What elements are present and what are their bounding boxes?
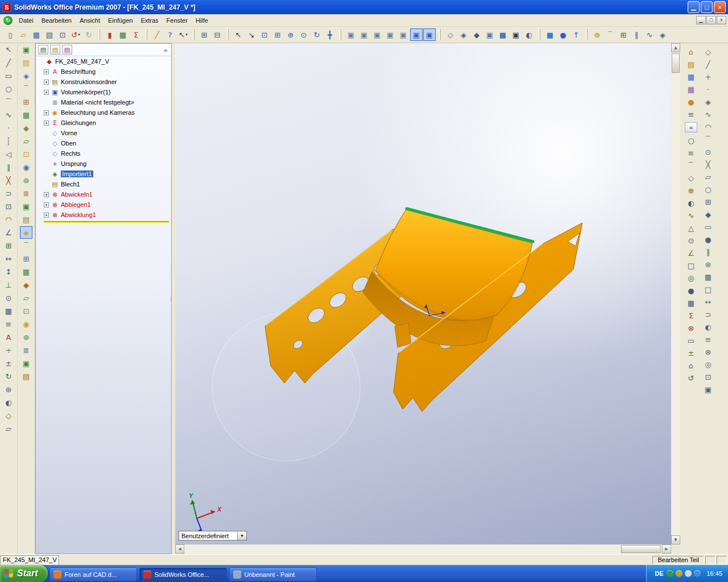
swept-surface-button[interactable]: ⊞ [702, 196, 714, 208]
help-button[interactable]: ? [164, 28, 176, 41]
open-button[interactable]: ▱ [17, 28, 30, 41]
construction-geometry-button[interactable]: ≡ [2, 318, 15, 330]
radiate-surface-button[interactable]: ⊛ [702, 258, 714, 271]
import-diagnostics-button[interactable]: ⊗ [685, 322, 697, 334]
mate-reference-button[interactable]: ◈ [702, 95, 714, 108]
view-left-button[interactable]: ▣ [371, 28, 383, 41]
mass-properties-button[interactable]: ≡ [685, 147, 697, 159]
offset-entities-button[interactable]: ∥ [2, 161, 15, 173]
sketch-rectangle-button[interactable]: ▭ [2, 69, 15, 82]
menu-bearbeiten[interactable]: Bearbeiten [38, 15, 76, 26]
vertical-scrollbar[interactable]: ▲ ▼ [671, 43, 680, 544]
view-right-button[interactable]: ▣ [384, 28, 396, 41]
mirror-feature-button[interactable]: ∥ [630, 28, 643, 41]
midsurface-button[interactable]: ≡ [702, 333, 714, 346]
untrim-surface-button[interactable]: ◐ [702, 321, 714, 333]
extend-entities-button[interactable]: ⊃ [2, 187, 15, 199]
menu-einfuegen[interactable]: Einfügen [104, 15, 136, 26]
split-entities-button[interactable]: ◇ [2, 409, 15, 422]
convert-entities-button[interactable]: ⊡ [2, 200, 15, 213]
symmetry-check-button[interactable]: ∠ [685, 247, 697, 259]
miter-flange-button[interactable]: ◈ [20, 69, 32, 82]
sketch-spline-button[interactable]: ∿ [2, 109, 15, 121]
design-library-button[interactable]: ▤ [685, 58, 697, 70]
tree-item-oben[interactable]: ◇Oben [36, 138, 171, 148]
save-button[interactable]: ▦ [30, 28, 43, 41]
hidden-lines-removed-button[interactable]: ⊟ [211, 28, 224, 41]
restore-button[interactable]: □ [701, 1, 713, 13]
view-palette-button[interactable]: ▦ [685, 83, 697, 95]
simple-hole-button[interactable]: ⊚ [20, 174, 32, 186]
sketch-circle-button[interactable]: ○ [2, 82, 15, 95]
redo-button[interactable]: ↻ [82, 28, 95, 41]
expand-icon[interactable]: + [44, 110, 49, 115]
scroll-down-icon[interactable]: ▼ [671, 535, 680, 544]
tree-item-material-nicht-festgelegt[interactable]: ≣Material <nicht festgelegt> [36, 97, 171, 107]
zoom-in-out-button[interactable]: ⊕ [284, 28, 297, 41]
hscroll-thumb[interactable] [621, 545, 661, 553]
hole-wizard-button[interactable]: ⊚ [591, 28, 603, 41]
sketch-centerline-button[interactable]: ┆ [2, 135, 15, 147]
linear-pattern-button[interactable]: ⊞ [617, 28, 630, 41]
scroll-right-icon[interactable]: ▶ [662, 544, 671, 554]
tree-item-abwicklung1[interactable]: +⊗Abwicklung1 [36, 210, 171, 220]
helix-button[interactable]: ∿ [702, 108, 714, 120]
point-tool-button[interactable]: · [702, 83, 714, 95]
clock[interactable]: 16:45 [706, 570, 722, 577]
view-orientation-combo[interactable]: Benutzerdefiniert ▾ [179, 531, 247, 541]
home-tool-button[interactable]: ⌂ [685, 359, 697, 372]
vscroll-track[interactable] [671, 52, 680, 535]
sensors-button[interactable]: ● [685, 284, 697, 297]
scroll-up-icon[interactable]: ▲ [671, 43, 680, 52]
replace-face-button[interactable]: ⊡ [702, 371, 714, 383]
taskbar-task-unbenannt-paint[interactable]: Unbenannt - Paint [229, 568, 317, 581]
plane-tool-button[interactable]: ◇ [702, 45, 714, 58]
display-relations-button[interactable]: ⊙ [2, 292, 15, 304]
pointer-button[interactable]: ↖ [232, 28, 245, 41]
revolved-surface-button[interactable]: ○ [702, 183, 714, 196]
modify-sketch-button[interactable]: ÷ [2, 344, 15, 356]
rip-button[interactable]: ⌒ [20, 239, 32, 252]
move-entities-button[interactable]: ± [2, 357, 15, 369]
file-explorer-button[interactable]: ▦ [685, 70, 697, 83]
menu-fenster[interactable]: Fenster [163, 15, 192, 26]
lofted-surface-button[interactable]: ◆ [702, 208, 714, 221]
sketch-fillet-button[interactable]: ◠ [2, 213, 15, 226]
tree-item-abwickeln1[interactable]: +⊗Abwickeln1 [36, 189, 171, 199]
view-normal-to-button[interactable]: ▣ [423, 28, 436, 41]
minimize-button[interactable]: ▁ [688, 1, 700, 13]
unfold-button[interactable]: ▣ [20, 200, 32, 213]
jog-button[interactable]: ⊞ [20, 95, 32, 108]
view-top-button[interactable]: ▣ [397, 28, 410, 41]
hidden-lines-grey-button[interactable]: ◈ [457, 28, 470, 41]
tab-feature-button[interactable]: ▣ [20, 357, 32, 369]
sketch-button[interactable]: ╱ [151, 28, 163, 41]
shaded-mode-button[interactable]: ■ [544, 28, 556, 41]
mdi-restore-button[interactable]: □ [706, 16, 716, 24]
mdi-close-button[interactable]: × [717, 16, 726, 24]
scroll-left-icon[interactable]: ◀ [175, 544, 184, 554]
language-indicator[interactable]: DE [655, 570, 663, 577]
undercut-analysis-button[interactable]: ⊙ [685, 234, 697, 247]
close-button[interactable]: × [714, 1, 726, 13]
trim-surface-button[interactable]: ⊃ [702, 308, 714, 321]
zebra-stripes-button[interactable]: ◐ [685, 197, 697, 209]
mdi-minimize-button[interactable]: ▁ [696, 16, 706, 24]
thicken-button[interactable]: ▣ [702, 383, 714, 396]
forming-tool-button[interactable]: ⊡ [20, 148, 32, 160]
select-button[interactable]: ↖▾ [177, 28, 189, 41]
offset-surface-button[interactable]: ∥ [702, 246, 714, 258]
select-dropdown-icon[interactable]: ▾ [185, 32, 188, 37]
planar-surface-button[interactable]: □ [702, 283, 714, 296]
lofted-bend-button[interactable]: ▱ [20, 292, 32, 304]
menu-ansicht[interactable]: Ansicht [76, 15, 104, 26]
ruled-surface-button[interactable]: ⊗ [702, 346, 714, 358]
draft-analysis-button[interactable]: △ [685, 222, 697, 234]
selection-filter-button[interactable]: ↘ [245, 28, 258, 41]
sketch-chamfer-button[interactable]: ∠ [2, 226, 15, 239]
extend-surface-button[interactable]: ↔ [702, 296, 714, 308]
expand-icon[interactable]: + [44, 192, 49, 197]
copy-entities-button[interactable]: ⊛ [2, 383, 15, 396]
delete-face-button[interactable]: ◎ [702, 358, 714, 371]
shaded-with-edges-button[interactable]: ▣ [483, 28, 496, 41]
